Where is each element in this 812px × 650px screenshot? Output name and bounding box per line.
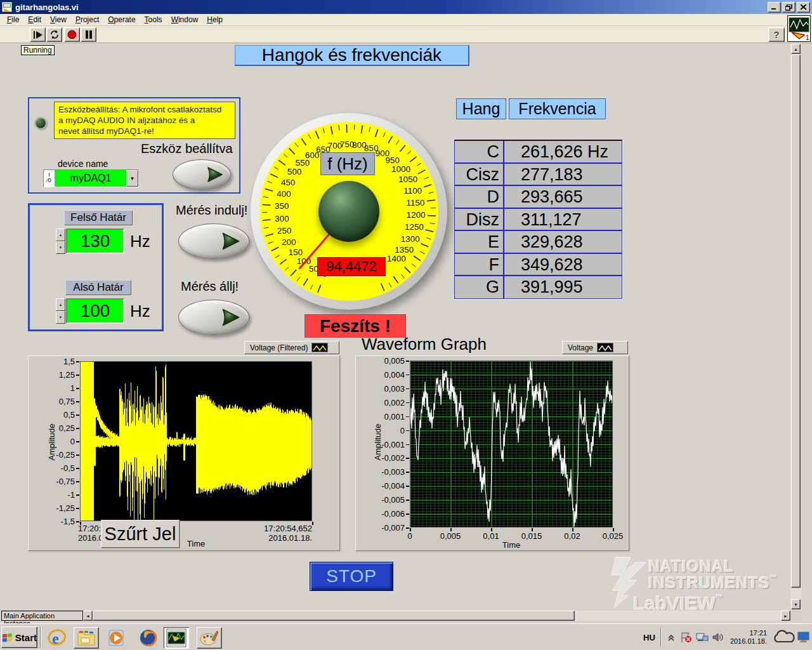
measure-start-button[interactable] [178, 223, 249, 259]
measure-stop-label: Mérés állj! [181, 279, 239, 294]
waveform-graph[interactable]: Amplitude Time 0,0050,0040,0030,0020,001… [355, 355, 629, 551]
close-button[interactable] [797, 2, 810, 13]
cloud-sync-icon[interactable] [771, 629, 796, 646]
y-tick-label: 0,75 [34, 397, 75, 406]
y-tick-label: 0 [34, 437, 75, 446]
lower-limit-stepper[interactable]: ▲▼ [56, 298, 65, 324]
stop-button[interactable]: STOP [310, 562, 393, 591]
menu-edit[interactable]: Edit [23, 14, 46, 25]
taskbar: Start e HU 17:21 2 [0, 623, 812, 650]
filtered-signal-graph[interactable]: Amplitude 17:20:49,6522016.01.18. 17:20:… [28, 355, 340, 551]
y-tick-label: 1,5 [34, 357, 75, 366]
lower-limit-field[interactable]: 100 [66, 298, 124, 324]
device-name-value[interactable]: myDAQ1 [55, 170, 126, 187]
vertical-scrollbar[interactable]: ▲ ▼ [790, 43, 801, 610]
device-set-button[interactable] [173, 159, 231, 190]
vi-icon-number: 1 [806, 34, 809, 41]
menu-operate[interactable]: Operate [103, 14, 140, 25]
language-indicator[interactable]: HU [643, 633, 655, 642]
svg-text:500: 500 [287, 167, 302, 176]
note-name: D [455, 186, 504, 208]
horizontal-scroll-thumb[interactable] [93, 611, 575, 621]
run-button[interactable] [30, 27, 46, 42]
combo-dropdown-arrow[interactable]: ▼ [126, 170, 138, 187]
device-name-combo[interactable]: I⁄0 myDAQ1 ▼ [43, 169, 139, 187]
resize-corner [790, 610, 801, 621]
y-tick-label: -0,002 [364, 453, 405, 463]
tray-chevron-icon[interactable] [667, 633, 676, 642]
right-graph-xlabel: Time [492, 540, 530, 550]
legend-voltage[interactable]: Voltage [562, 341, 628, 354]
y-tick-label: 0 [364, 426, 405, 435]
svg-text:400: 400 [277, 189, 291, 199]
svg-text:200: 200 [282, 237, 296, 247]
y-tick-label: -1,5 [34, 517, 75, 526]
measure-stop-button[interactable] [178, 300, 249, 335]
help-button[interactable]: ? [768, 27, 785, 42]
y-tick-label: -0,005 [364, 495, 405, 505]
pause-button[interactable] [81, 27, 96, 42]
firefox-icon[interactable] [136, 627, 161, 649]
start-button[interactable]: Start [1, 627, 37, 648]
svg-text:300: 300 [275, 214, 289, 223]
run-continuously-button[interactable] [46, 27, 62, 42]
labview-app-icon [2, 2, 12, 12]
measure-start-label: Mérés indulj! [176, 203, 247, 218]
menu-project[interactable]: Project [71, 14, 103, 25]
vertical-scroll-thumb[interactable] [791, 55, 801, 588]
restore-button[interactable] [782, 2, 796, 13]
system-tray: HU 17:21 2016.01.18. [643, 624, 812, 650]
svg-text:250: 250 [277, 226, 292, 235]
legend-label: Voltage (Filtered) [250, 343, 308, 352]
minimize-button[interactable] [768, 2, 781, 13]
abort-button[interactable] [64, 27, 80, 42]
tray-clock[interactable]: 17:21 2016.01.18. [730, 629, 767, 646]
media-player-icon[interactable] [104, 627, 129, 649]
file-explorer-icon[interactable] [74, 627, 99, 649]
menu-view[interactable]: View [46, 14, 71, 25]
left-graph-xend: 17:20:54,6522016.01.18. [235, 524, 312, 543]
security-alert-icon[interactable] [679, 632, 692, 643]
toolbar: ? 1 [0, 26, 812, 43]
svg-text:1100: 1100 [403, 186, 422, 196]
waveform-glyph-icon [311, 343, 328, 352]
menu-tools[interactable]: Tools [140, 14, 167, 25]
statusbar: Main Application Instance ◄ ► [0, 610, 790, 621]
device-name-label: device name [58, 159, 108, 169]
scroll-up-button[interactable]: ▲ [791, 44, 801, 54]
table-row: F349,628 [455, 254, 622, 277]
context-collapse-button[interactable]: ◄ [83, 611, 93, 621]
scroll-down-button[interactable]: ▼ [791, 599, 801, 609]
paint-icon[interactable] [197, 627, 222, 649]
legend-voltage-filtered[interactable]: Voltage (Filtered) [244, 341, 339, 354]
menu-window[interactable]: Window [167, 14, 203, 25]
gauge-knob[interactable] [318, 181, 379, 242]
y-tick-label: 0,004 [364, 370, 405, 380]
window-titlebar[interactable]: gitarhangolas.vi [0, 0, 812, 14]
horizontal-scrollbar[interactable] [93, 611, 781, 621]
y-tick-label: 0,003 [364, 384, 405, 394]
svg-text:1300: 1300 [401, 234, 420, 244]
menu-help[interactable]: Help [202, 14, 227, 25]
frequency-gauge[interactable]: 0501001502002503003504004505005506006507… [249, 112, 449, 311]
upper-limit-stepper[interactable]: ▲▼ [56, 229, 65, 254]
setup-led-indicator[interactable] [34, 117, 47, 129]
context-selector[interactable]: Main Application Instance [1, 611, 83, 621]
network-icon[interactable] [696, 632, 709, 642]
scroll-right-button[interactable]: ► [781, 611, 790, 621]
volume-icon[interactable] [712, 632, 724, 642]
table-row: C261,626 Hz [455, 141, 622, 164]
menu-file[interactable]: File [3, 14, 23, 25]
screen: gitarhangolas.vi FileEditViewProjectOper… [0, 0, 812, 650]
waveform-graph-title: Waveform Graph [362, 335, 487, 354]
lower-limit-unit: Hz [130, 302, 150, 321]
display-settings-icon[interactable] [797, 632, 810, 643]
table-row: G391,995 [455, 276, 622, 299]
taskbar-divider [40, 627, 41, 648]
io-type-icon: I⁄0 [44, 170, 55, 187]
note-frequency: 311,127 [504, 209, 622, 230]
upper-limit-field[interactable]: 130 [66, 229, 124, 254]
internet-explorer-icon[interactable]: e [44, 627, 70, 649]
note-name: Disz [455, 209, 504, 230]
labview-taskbar-icon[interactable] [164, 627, 189, 649]
